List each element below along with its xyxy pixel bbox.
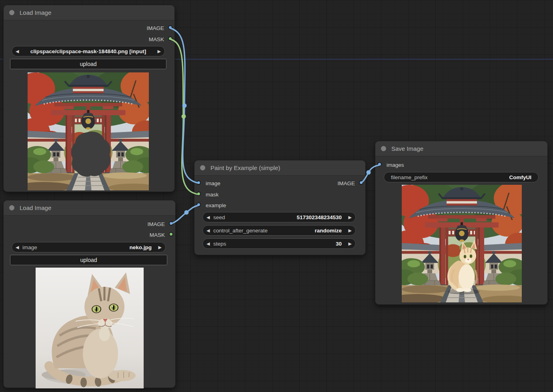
image-combo-widget[interactable]: ◀ clipspace/clipspace-mask-184840.png [i… xyxy=(12,46,165,56)
output-port-image[interactable] xyxy=(169,221,173,226)
image-combo-widget[interactable]: ◀ image neko.jpg ▶ xyxy=(12,242,166,252)
shrine-masked-preview-image[interactable] xyxy=(28,72,149,190)
combo-next-icon[interactable]: ▶ xyxy=(155,245,162,250)
node-title-bar[interactable]: Load Image xyxy=(4,5,174,20)
widget-name: steps xyxy=(213,241,226,247)
node-title: Load Image xyxy=(20,204,51,211)
steps-widget[interactable]: ◀ steps 30 ▶ xyxy=(202,238,356,249)
output-slot-mask: MASK xyxy=(4,35,174,44)
input-slot-example: example xyxy=(194,201,365,210)
output-port-mask[interactable] xyxy=(168,36,172,41)
node-title-bar[interactable]: Save Image xyxy=(375,141,547,156)
output-slot-image: IMAGE xyxy=(194,179,365,188)
node-graph-canvas[interactable]: Load Image IMAGE MASK ◀ clipspace/clipsp… xyxy=(0,0,553,392)
combo-prev-icon[interactable]: ◀ xyxy=(16,245,22,250)
widget-value: ComfyUI xyxy=(509,174,535,180)
cat-illustration xyxy=(36,268,144,388)
input-slot-images: images xyxy=(375,161,547,170)
node-load-image-1[interactable]: Load Image IMAGE MASK ◀ clipspace/clipsp… xyxy=(3,5,175,192)
filename-prefix-widget[interactable]: filename_prefix ComfyUI xyxy=(384,172,539,182)
output-slot-mask: MASK xyxy=(4,231,175,240)
combo-value: clipspace/clipspace-mask-184840.png [inp… xyxy=(22,48,154,54)
input-port-mask[interactable] xyxy=(196,192,201,196)
upload-button[interactable]: upload xyxy=(10,59,166,69)
link-save-midpoint-dot xyxy=(367,170,371,175)
combo-name: image xyxy=(22,244,37,250)
increment-icon[interactable]: ▶ xyxy=(345,228,352,233)
cat-preview-image[interactable] xyxy=(36,268,144,388)
output-port-image[interactable] xyxy=(168,25,172,30)
input-port-example[interactable] xyxy=(196,202,201,207)
combo-prev-icon[interactable]: ◀ xyxy=(16,49,22,54)
shrine-result-illustration xyxy=(402,185,522,302)
collapse-toggle-icon[interactable] xyxy=(9,205,14,210)
link-example-midpoint-dot xyxy=(184,210,189,215)
decrement-icon[interactable]: ◀ xyxy=(206,241,213,246)
node-save-image[interactable]: Save Image images filename_prefix ComfyU… xyxy=(375,141,548,305)
node-title-bar[interactable]: Paint by Example (simple) xyxy=(194,160,365,176)
link-mask-midpoint-dot xyxy=(182,114,186,119)
output-port-image[interactable] xyxy=(359,180,363,185)
link-image-midpoint-dot xyxy=(182,104,187,108)
collapse-toggle-icon[interactable] xyxy=(9,10,14,15)
control-after-generate-widget[interactable]: ◀ control_after_generate randomize ▶ xyxy=(202,225,356,236)
widget-value: 517302348234530 xyxy=(297,214,345,220)
decrement-icon[interactable]: ◀ xyxy=(206,215,213,220)
combo-next-icon[interactable]: ▶ xyxy=(154,49,161,54)
output-slot-image: IMAGE xyxy=(4,220,175,229)
input-port-images[interactable] xyxy=(377,162,382,166)
collapse-toggle-icon[interactable] xyxy=(381,146,386,151)
increment-icon[interactable]: ▶ xyxy=(345,241,352,246)
node-title: Paint by Example (simple) xyxy=(210,164,280,171)
node-title: Save Image xyxy=(391,145,423,152)
collapse-toggle-icon[interactable] xyxy=(200,165,205,170)
input-slot-mask: mask xyxy=(194,190,365,199)
widget-name: control_after_generate xyxy=(213,228,268,234)
upload-button[interactable]: upload xyxy=(10,255,167,265)
node-title: Load Image xyxy=(20,9,51,16)
widget-name: filename_prefix xyxy=(388,174,428,180)
decrement-icon[interactable]: ◀ xyxy=(206,228,213,233)
node-paint-by-example[interactable]: Paint by Example (simple) image mask exa… xyxy=(194,160,366,255)
widget-value: randomize xyxy=(315,228,345,234)
seed-widget[interactable]: ◀ seed 517302348234530 ▶ xyxy=(202,212,356,222)
node-title-bar[interactable]: Load Image xyxy=(4,200,175,216)
widget-name: seed xyxy=(213,214,225,220)
shrine-masked-illustration xyxy=(28,72,149,190)
output-slot-image: IMAGE xyxy=(4,24,174,33)
increment-icon[interactable]: ▶ xyxy=(345,215,352,220)
node-load-image-2[interactable]: Load Image IMAGE MASK ◀ image neko.jpg ▶… xyxy=(3,200,176,388)
shrine-result-preview-image[interactable] xyxy=(402,185,522,302)
widget-value: 30 xyxy=(336,241,345,247)
output-port-mask[interactable] xyxy=(169,232,173,236)
combo-value: neko.jpg xyxy=(129,244,155,250)
